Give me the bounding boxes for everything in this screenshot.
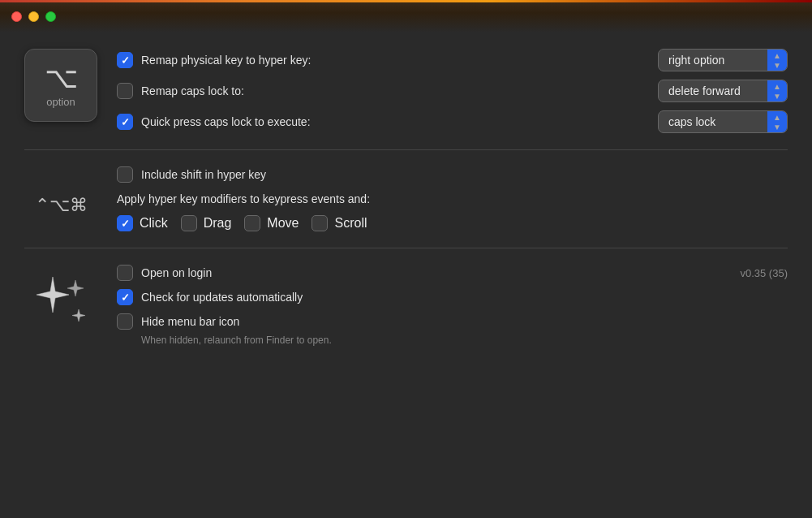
- click-label: Click: [140, 216, 168, 231]
- apply-label: Apply hyper key modifiers to keypress ev…: [117, 192, 788, 205]
- check-updates-label: Check for updates automatically: [141, 291, 788, 304]
- login-settings: Open on login v0.35 (35) Check for updat…: [117, 265, 788, 346]
- drag-option[interactable]: Drag: [181, 215, 232, 231]
- click-option[interactable]: Click: [117, 215, 168, 231]
- key-icon-box: ⌥ option: [24, 49, 97, 122]
- modifier-settings: Include shift in hyper key Apply hyper k…: [117, 166, 788, 231]
- move-checkbox[interactable]: [244, 215, 260, 231]
- quick-press-caps-lock-checkbox[interactable]: [117, 114, 133, 130]
- title-bar: [0, 0, 812, 32]
- hide-menu-bar-label: Hide menu bar icon: [141, 315, 788, 328]
- scroll-option[interactable]: Scroll: [311, 215, 367, 231]
- remap-section: ⌥ option Remap physical key to hyper key…: [24, 49, 788, 150]
- login-section: Open on login v0.35 (35) Check for updat…: [24, 248, 788, 362]
- zoom-button[interactable]: [45, 11, 56, 22]
- hide-menu-bar-checkbox[interactable]: [117, 313, 133, 330]
- quick-press-caps-lock-label: Quick press caps lock to execute:: [141, 115, 650, 128]
- include-shift-label: Include shift in hyper key: [141, 168, 788, 181]
- dropdown-arrows-icon: ▲ ▼: [767, 50, 787, 71]
- remap-caps-lock-dropdown[interactable]: delete forward ▲ ▼: [658, 80, 788, 102]
- close-button[interactable]: [11, 11, 22, 22]
- open-on-login-row: Open on login v0.35 (35): [117, 265, 788, 281]
- dropdown-arrows-icon-2: ▲ ▼: [767, 80, 787, 101]
- check-updates-row: Check for updates automatically: [117, 289, 788, 305]
- quick-press-caps-lock-dropdown[interactable]: caps lock ▲ ▼: [658, 110, 788, 133]
- scroll-checkbox[interactable]: [311, 215, 328, 231]
- remap-caps-lock-value: delete forward: [668, 84, 741, 97]
- move-option[interactable]: Move: [244, 215, 299, 231]
- hint-text: When hidden, relaunch from Finder to ope…: [117, 335, 788, 346]
- remap-physical-key-dropdown[interactable]: right option ▲ ▼: [658, 49, 788, 71]
- scroll-label: Scroll: [334, 216, 367, 231]
- settings-rows: Remap physical key to hyper key: right o…: [117, 49, 788, 133]
- key-label: option: [46, 96, 75, 108]
- hide-menu-bar-row: Hide menu bar icon: [117, 313, 788, 330]
- include-shift-row: Include shift in hyper key: [117, 166, 788, 183]
- remap-caps-lock-row: Remap caps lock to: delete forward ▲ ▼: [117, 80, 788, 102]
- hyper-key-section: ⌃⌥⌘ Include shift in hyper key Apply hyp…: [24, 150, 788, 248]
- minimize-button[interactable]: [28, 11, 39, 22]
- click-checkbox[interactable]: [117, 215, 133, 231]
- key-symbol: ⌥: [45, 63, 78, 93]
- modifier-symbol: ⌃⌥⌘: [35, 195, 88, 216]
- include-shift-checkbox[interactable]: [117, 166, 133, 183]
- remap-caps-lock-checkbox[interactable]: [117, 83, 133, 99]
- keypress-options: Click Drag Move Scroll: [117, 215, 788, 231]
- remap-caps-lock-label: Remap caps lock to:: [141, 84, 650, 97]
- dropdown-arrows-icon-3: ▲ ▼: [767, 111, 787, 132]
- check-updates-checkbox[interactable]: [117, 289, 133, 305]
- quick-press-caps-lock-row: Quick press caps lock to execute: caps l…: [117, 110, 788, 133]
- drag-checkbox[interactable]: [181, 215, 197, 231]
- main-content: ⌥ option Remap physical key to hyper key…: [0, 32, 812, 378]
- version-label: v0.35 (35): [740, 267, 788, 279]
- move-label: Move: [267, 216, 299, 231]
- remap-physical-key-checkbox[interactable]: [117, 52, 133, 68]
- remap-physical-key-label: Remap physical key to hyper key:: [141, 54, 650, 67]
- open-on-login-label: Open on login: [141, 266, 732, 279]
- sparkle-icon: [24, 265, 97, 338]
- remap-physical-key-row: Remap physical key to hyper key: right o…: [117, 49, 788, 71]
- modifier-icon: ⌃⌥⌘: [24, 166, 97, 216]
- remap-physical-key-value: right option: [668, 54, 724, 67]
- drag-label: Drag: [204, 216, 232, 231]
- open-on-login-checkbox[interactable]: [117, 265, 133, 281]
- quick-press-caps-lock-value: caps lock: [668, 115, 715, 128]
